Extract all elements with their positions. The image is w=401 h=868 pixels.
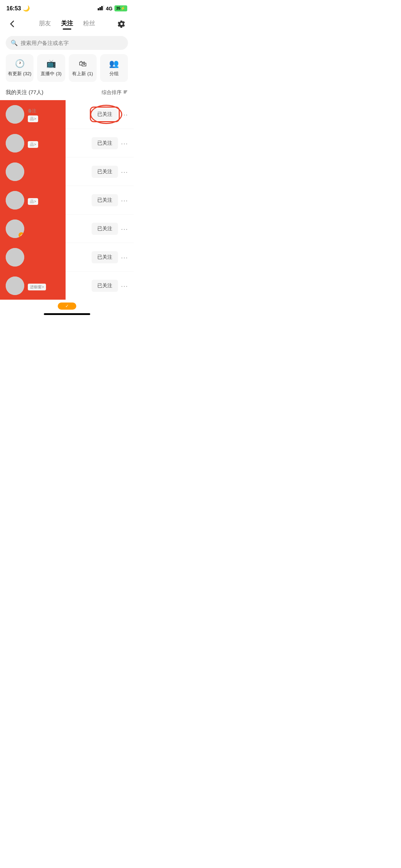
user-actions: 已关注 ··· [92,108,128,120]
network-type: 4G [106,6,113,11]
filter-card-live[interactable]: 📺 直播中 (3) [37,54,65,82]
more-button[interactable]: ··· [121,111,128,118]
user-actions: 已关注 ··· [92,194,128,206]
user-info [24,257,92,258]
settings-button[interactable] [115,17,128,30]
user-tag: 品> [28,115,38,122]
home-bar [44,313,90,315]
follow-button[interactable]: 已关注 [92,251,118,263]
user-actions: 已关注 ··· [92,251,128,263]
status-left: 16:53 🌙 [6,5,30,12]
section-title: 我的关注 (77人) [6,89,43,96]
user-tag: 品> [28,141,38,148]
user-actions: 已关注 ··· [92,166,128,178]
more-button[interactable]: ··· [121,282,128,289]
moon-icon: 🌙 [23,5,30,12]
tab-fans[interactable]: 粉丝 [83,19,95,29]
user-info [24,228,92,229]
avatar [6,162,24,181]
filter-updates-label: 有更新 (32) [8,71,31,77]
clock-icon: 🕐 [15,59,25,68]
header-nav: 朋友 关注 粉丝 [0,15,134,35]
user-actions: 已关注 ··· [92,280,128,292]
follow-button[interactable]: 已关注 [92,223,118,235]
search-icon: 🔍 [11,40,18,46]
sort-label: 综合排序 [102,89,122,96]
section-header: 我的关注 (77人) 综合排序 [0,88,134,100]
status-right: 4G 35⚡ [98,5,127,11]
svg-rect-0 [98,8,99,10]
user-info: 品> [24,139,92,148]
avatar [6,277,24,295]
user-tag: 品> [28,198,38,205]
filter-cards: 🕐 有更新 (32) 📺 直播中 (3) 🛍 有上新 (1) 👥 分组 [0,54,134,88]
user-info: 备注 品> [24,107,92,122]
user-info: 品> [24,196,92,205]
search-input[interactable] [21,40,123,46]
nav-tabs: 朋友 关注 粉丝 [19,19,115,29]
user-tag: 进橱窗> [28,284,46,290]
svg-rect-2 [101,6,103,10]
avatar [6,134,24,153]
filter-card-new-products[interactable]: 🛍 有上新 (1) [69,54,97,82]
avatar [6,248,24,267]
svg-rect-1 [99,7,101,10]
group-icon: 👥 [109,59,119,68]
shop-icon: 🛍 [79,59,87,68]
user-sub: 备注 [28,108,88,114]
follow-button[interactable]: 已关注 [92,166,118,178]
follow-button[interactable]: 已关注 [92,137,118,149]
user-info: 进橱窗> [24,281,92,290]
signal-icon [98,5,104,11]
filter-live-label: 直播中 (3) [41,71,62,77]
avatar [6,191,24,210]
user-list: 备注 品> 已关注 ··· 品> 已关注 ··· [0,100,134,300]
battery-display: 35⚡ [114,5,127,11]
more-button[interactable]: ··· [121,168,128,175]
follow-button[interactable]: 已关注 [92,108,118,120]
more-button[interactable]: ··· [121,197,128,204]
follow-button[interactable]: 已关注 [92,280,118,292]
user-actions: 已关注 ··· [92,137,128,149]
time-display: 16:53 [6,5,21,12]
search-bar[interactable]: 🔍 [6,36,128,50]
filter-new-label: 有上新 (1) [72,71,93,77]
filter-card-updates[interactable]: 🕐 有更新 (32) [6,54,34,82]
sort-button[interactable]: 综合排序 [102,89,128,96]
tab-friends[interactable]: 朋友 [39,19,51,29]
sort-icon [123,89,128,95]
svg-rect-3 [103,5,104,10]
back-button[interactable] [6,17,19,30]
avatar [6,105,24,124]
user-info [24,171,92,172]
filter-card-groups[interactable]: 👥 分组 [100,54,128,82]
tab-following[interactable]: 关注 [61,19,73,29]
verified-badge: ✓ [19,232,24,238]
live-icon: 📺 [46,59,56,68]
status-bar: 16:53 🌙 4G 35⚡ [0,0,134,15]
user-actions: 已关注 ··· [92,223,128,235]
filter-group-label: 分组 [109,71,119,77]
more-button[interactable]: ··· [121,225,128,232]
more-button[interactable]: ··· [121,140,128,147]
more-button[interactable]: ··· [121,254,128,261]
home-indicator [0,310,134,319]
avatar: ✓ [6,219,24,238]
follow-button[interactable]: 已关注 [92,194,118,206]
